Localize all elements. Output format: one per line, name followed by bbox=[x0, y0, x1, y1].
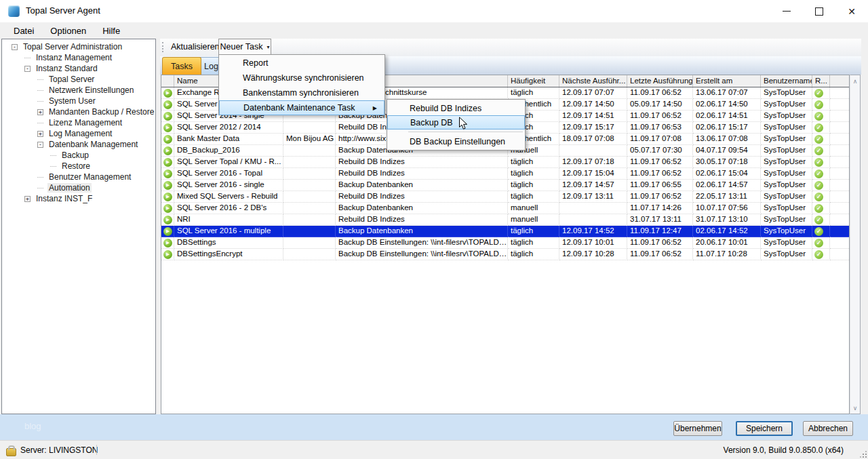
tree-item-system-user[interactable]: System User bbox=[2, 96, 155, 106]
menu-item-datenbank-maintenance-task[interactable]: Datenbank Maintenance Task▶ bbox=[219, 100, 384, 115]
table-row[interactable]: ▶DBSettingsEncryptBackup DB Einstellunge… bbox=[161, 249, 849, 260]
maximize-icon bbox=[815, 7, 823, 16]
cancel-button[interactable]: Abbrechen bbox=[803, 421, 853, 436]
cell-next: 12.09.17 07:18 bbox=[559, 157, 627, 168]
table-row[interactable]: ▶SQL Server 2016 - multipleBackup Datenb… bbox=[161, 226, 849, 237]
tree-item-label: Instanz Management bbox=[35, 53, 113, 62]
tree-item-instanz-management[interactable]: Instanz Management bbox=[2, 52, 155, 63]
play-icon: ▶ bbox=[163, 216, 172, 224]
play-icon: ▶ bbox=[163, 181, 172, 190]
tree-item-lizenz-management[interactable]: Lizenz Management bbox=[2, 117, 155, 128]
play-icon: ▶ bbox=[163, 123, 172, 132]
submenu-item-backup-db[interactable]: Backup DB bbox=[387, 115, 525, 129]
menu-item-w-hrungskurse-synchronisieren[interactable]: Währungskurse synchronisieren bbox=[219, 71, 384, 85]
tree-item-label: Instanz Standard bbox=[35, 64, 99, 73]
tree-item-datenbank-management[interactable]: -Datenbank Management bbox=[2, 139, 155, 150]
tree-connector bbox=[37, 123, 43, 123]
table-row[interactable]: ▶NRIRebuild DB Indizesmanuell31.07.17 13… bbox=[161, 214, 849, 226]
check-icon: ✓ bbox=[814, 146, 823, 155]
column-header-n-chste-ausf-hr[interactable]: Nächste Ausführ... bbox=[559, 75, 627, 87]
cell-user: SysTopUser bbox=[761, 237, 812, 249]
tab-tasks[interactable]: Tasks bbox=[162, 57, 201, 75]
cell-last: 11.09.17 07:08 bbox=[627, 134, 693, 145]
menu-item-report[interactable]: Report bbox=[219, 56, 384, 71]
tree-item-log-management[interactable]: +Log Management bbox=[2, 128, 155, 139]
collapse-icon[interactable]: - bbox=[12, 44, 18, 50]
save-button[interactable]: Speichern bbox=[736, 421, 793, 436]
play-icon: ▶ bbox=[163, 158, 172, 167]
menu-item-bankenstamm-synchronisieren[interactable]: Bankenstamm synchronisieren bbox=[219, 85, 384, 100]
submenu-item-rebuild-db-indizes[interactable]: Rebuild DB Indizes bbox=[387, 101, 525, 115]
cell-desc: Backup DB Einstellungen: \\int-filesrv\T… bbox=[336, 249, 508, 260]
check-icon: ✓ bbox=[814, 250, 823, 259]
tree-item-label: Topal Server Administration bbox=[22, 42, 123, 52]
cell-next: 12.09.17 15:17 bbox=[559, 122, 627, 134]
cell-name: Bank Master Data bbox=[174, 134, 283, 145]
menubar-item-hilfe[interactable]: Hilfe bbox=[94, 24, 128, 38]
menubar-item-datei[interactable]: Datei bbox=[5, 24, 42, 38]
cell-next bbox=[559, 145, 627, 157]
cell-result: ✓ bbox=[812, 134, 830, 145]
tree-item-restore[interactable]: Restore bbox=[2, 161, 155, 172]
submenu-item-db-backup-einstellungen[interactable]: DB Backup Einstellungen bbox=[387, 134, 525, 148]
cell-result: ✓ bbox=[812, 249, 830, 260]
tree-item-mandanten-backup-restore[interactable]: +Mandanten Backup / Restore bbox=[2, 106, 155, 117]
cell-filler bbox=[830, 180, 849, 191]
tree-connector bbox=[37, 188, 43, 188]
check-icon: ✓ bbox=[814, 123, 823, 132]
column-header-benutzername[interactable]: Benutzername bbox=[761, 75, 812, 87]
check-icon: ✓ bbox=[814, 227, 823, 236]
column-header-col-0[interactable] bbox=[161, 75, 174, 87]
cell-name: Mixed SQL Servers - Rebuild bbox=[174, 191, 283, 203]
version-text: Version 9.0, Build 9.0.850.0 (x64) bbox=[724, 445, 844, 455]
table-row[interactable]: ▶DBSettingsBackup DB Einstellungen: \\in… bbox=[161, 237, 849, 249]
maximize-button[interactable] bbox=[808, 0, 831, 22]
cell-freq: täglich bbox=[508, 87, 559, 99]
check-icon: ✓ bbox=[814, 112, 823, 121]
collapse-icon[interactable]: - bbox=[37, 142, 43, 148]
expand-icon[interactable]: + bbox=[24, 196, 31, 202]
vertical-scrollbar[interactable]: ∧ ∨ bbox=[850, 75, 861, 414]
scrollbar-down-icon[interactable]: ∨ bbox=[850, 403, 860, 413]
cell-last: 11.09.17 06:52 bbox=[627, 87, 693, 99]
cell-result: ✓ bbox=[812, 214, 830, 226]
table-row[interactable]: ▶SQL Server 2016 - singleBackup Datenban… bbox=[161, 180, 849, 191]
resize-grip[interactable] bbox=[863, 454, 864, 455]
table-row[interactable]: ▶SQL Server 2016 - 2 DB'sBackup Datenban… bbox=[161, 203, 849, 214]
refresh-button[interactable]: Aktualisieren bbox=[167, 41, 224, 52]
tree-item-benutzer-management[interactable]: Benutzer Management bbox=[2, 172, 155, 182]
expand-icon[interactable]: + bbox=[37, 131, 43, 137]
cell-last: 31.07.17 13:11 bbox=[627, 214, 693, 226]
table-row[interactable]: ▶SQL Server 2016 - TopalRebuild DB Indiz… bbox=[161, 168, 849, 180]
statusbar: Server: LIVINGSTON Version 9.0, Build 9.… bbox=[0, 440, 868, 459]
cell-filler bbox=[830, 249, 849, 260]
tree-item-topal-server[interactable]: Topal Server bbox=[2, 74, 155, 85]
cell-filler bbox=[830, 203, 849, 214]
menubar-item-optionen[interactable]: Optionen bbox=[42, 24, 94, 38]
apply-button[interactable]: Übernehmen bbox=[673, 421, 722, 436]
close-button[interactable]: ✕ bbox=[840, 0, 863, 22]
tree-item-topal-server-administration[interactable]: -Topal Server Administration bbox=[2, 41, 155, 52]
cell-created: 11.07.17 10:28 bbox=[693, 249, 761, 260]
column-header-r[interactable]: R... bbox=[812, 75, 830, 87]
cell-user: SysTopUser bbox=[761, 111, 812, 122]
column-header-erstellt-am[interactable]: Erstellt am bbox=[693, 75, 761, 87]
maintenance-task-submenu: Rebuild DB IndizesBackup DBDB Backup Ein… bbox=[387, 99, 526, 151]
tree-item-instanz-standard[interactable]: -Instanz Standard bbox=[2, 63, 155, 74]
expand-icon[interactable]: + bbox=[37, 109, 43, 115]
minimize-button[interactable] bbox=[775, 0, 798, 22]
tree-item-instanz-inst-f[interactable]: +Instanz INST_F bbox=[2, 193, 155, 204]
collapse-icon[interactable]: - bbox=[24, 66, 31, 72]
tree-item-backup[interactable]: Backup bbox=[2, 150, 155, 161]
table-row[interactable]: ▶Mixed SQL Servers - RebuildRebuild DB I… bbox=[161, 191, 849, 203]
play-icon: ▶ bbox=[163, 239, 172, 247]
new-task-button[interactable]: Neuer Task ▾ bbox=[218, 39, 271, 54]
column-header-letzte-ausf-hrung[interactable]: Letzte Ausführung bbox=[627, 75, 693, 87]
cell-status: ▶ bbox=[161, 237, 174, 249]
column-header-h-ufigkeit[interactable]: Häufigkeit bbox=[508, 75, 559, 87]
toolbar-grip-icon[interactable] bbox=[162, 42, 165, 52]
table-row[interactable]: ▶SQL Server Topal / KMU - R...Rebuild DB… bbox=[161, 157, 849, 168]
tree-item-automation[interactable]: Automation bbox=[2, 182, 155, 193]
scrollbar-up-icon[interactable]: ∧ bbox=[850, 76, 860, 86]
tree-item-netzwerk-einstellungen[interactable]: Netzwerk Einstellungen bbox=[2, 85, 155, 96]
